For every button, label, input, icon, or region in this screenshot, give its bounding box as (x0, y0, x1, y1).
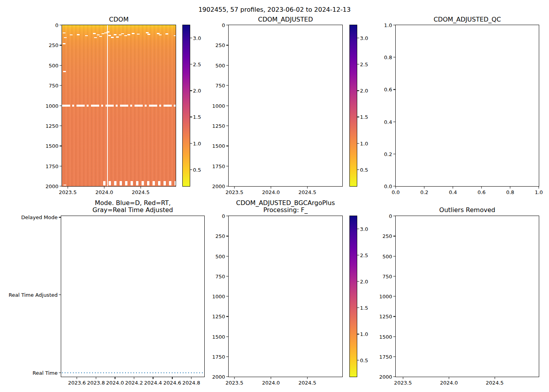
colorbar-tick-label: 2.5 (360, 252, 368, 258)
colorbar-tick-label: 0.5 (360, 358, 368, 363)
x-tick-label: 2024.0 (262, 190, 280, 195)
colorbar-tick-mark (357, 229, 359, 229)
x-tick-label: 2023.6 (68, 380, 86, 385)
y-tick-label: 750 (49, 83, 58, 88)
missing-data-dash (147, 34, 150, 35)
panel-title-outliers-removed: Outliers Removed (395, 207, 539, 214)
missing-data-dash (63, 43, 65, 44)
colorbar-tick-mark (357, 169, 359, 170)
y-tick-label: 1750 (212, 163, 225, 169)
x-tick-label: 2023.5 (225, 380, 244, 385)
y-tick-label: Delayed Mode (21, 215, 58, 220)
colorbar-tick-label: 1.5 (193, 114, 201, 120)
y-tick-label: 1750 (45, 163, 58, 169)
missing-data-dash (70, 34, 73, 36)
y-tick-label: 1000 (212, 103, 225, 108)
y-tick-mark (393, 296, 395, 296)
mode-realtime-dotted-line (62, 372, 204, 373)
y-tick-label: 500 (49, 63, 58, 68)
x-tick-label: 1.0 (535, 190, 543, 195)
y-tick-label: 750 (382, 274, 392, 279)
y-tick-label: 1500 (45, 143, 58, 149)
y-tick-mark (226, 276, 228, 276)
colorbar-tick-label: 1.0 (360, 141, 368, 146)
y-tick-mark (60, 166, 62, 166)
y-tick-mark (393, 216, 395, 216)
y-tick-mark (226, 216, 228, 216)
y-tick-mark (60, 146, 62, 146)
y-tick-label: 1750 (379, 354, 392, 359)
y-tick-label: 0.0 (384, 184, 392, 189)
missing-data-dash (64, 37, 67, 38)
colorbar-tick-mark (190, 169, 192, 170)
colorbar-tick-label: 1.0 (360, 332, 368, 337)
y-tick-label: 1250 (212, 123, 225, 128)
x-tick-mark (403, 377, 403, 379)
panel-title-cdom: CDOM (62, 16, 176, 23)
missing-data-dash (93, 33, 96, 34)
colorbar-tick-mark (190, 38, 192, 38)
missing-data-dash (132, 33, 135, 34)
x-tick-mark (453, 187, 453, 189)
y-tick-mark (226, 166, 228, 166)
panel-title-cdom-adjusted-qc: CDOM_ADJUSTED_QC (395, 16, 539, 23)
x-tick-label: 0.2 (420, 190, 429, 195)
y-tick-label: 750 (215, 83, 225, 88)
y-tick-label: 1.0 (384, 23, 392, 28)
x-tick-mark (271, 187, 271, 189)
missing-data-dash (107, 31, 109, 33)
missing-data-dash (85, 35, 88, 36)
y-tick-mark (226, 25, 228, 25)
y-tick-mark (393, 154, 395, 154)
missing-data-dash (165, 33, 168, 34)
y-tick-mark (59, 217, 61, 218)
y-tick-mark (226, 85, 228, 85)
x-tick-label: 2024.5 (132, 190, 150, 195)
x-tick-mark (234, 187, 235, 189)
x-tick-label: 2023.5 (225, 190, 244, 195)
y-tick-mark (60, 105, 62, 106)
y-tick-mark (393, 276, 395, 276)
y-tick-label: Real Time (33, 370, 58, 376)
outliers-removed-axes: 0250500750100012501500175020002023.52024… (395, 216, 539, 377)
y-tick-mark (393, 356, 395, 357)
y-tick-mark (60, 85, 62, 85)
y-tick-mark (60, 45, 62, 45)
y-tick-mark (226, 316, 228, 317)
y-tick-label: Real Time Adjusted (9, 292, 58, 297)
colorbar-tick-label: 0.5 (193, 167, 201, 172)
panel-title-mode: Mode. Blue=D, Red=RT, Gray=Real Time Adj… (61, 200, 205, 213)
colorbar-tick-mark (357, 334, 359, 334)
colorbar-tick-label: 2.5 (360, 62, 368, 67)
y-tick-mark (226, 376, 228, 377)
colorbar-tick-mark (357, 255, 359, 255)
missing-data-bottom-gaps (103, 181, 176, 185)
x-tick-label: 2023.5 (394, 380, 412, 385)
missing-data-dash (108, 35, 111, 36)
mode-axes: Delayed ModeReal Time AdjustedReal Time2… (61, 216, 205, 377)
missing-data-dash (119, 34, 122, 36)
missing-data-dash (102, 33, 104, 34)
x-tick-label: 2024.5 (298, 190, 316, 195)
y-tick-mark (59, 373, 61, 373)
missing-data-dash (99, 36, 102, 37)
y-tick-label: 2000 (45, 184, 58, 189)
missing-data-dash (114, 34, 116, 35)
colorbar-tick-mark (357, 38, 359, 38)
missing-data-dash (124, 35, 127, 36)
colorbar-tick-mark (190, 117, 192, 117)
colorbar-tick-mark (357, 117, 359, 117)
x-tick-label: 2024.0 (95, 190, 113, 195)
colorbar-tick-mark (357, 281, 359, 281)
x-tick-mark (104, 187, 104, 189)
y-tick-mark (393, 236, 395, 236)
y-tick-label: 1000 (212, 294, 225, 299)
missing-data-dash (157, 33, 160, 34)
y-tick-label: 250 (49, 43, 58, 48)
y-tick-mark (393, 256, 395, 256)
y-tick-label: 1000 (45, 103, 58, 108)
y-tick-label: 1500 (379, 334, 392, 339)
x-tick-mark (172, 377, 173, 379)
y-tick-mark (226, 356, 228, 357)
x-tick-mark (307, 187, 307, 189)
